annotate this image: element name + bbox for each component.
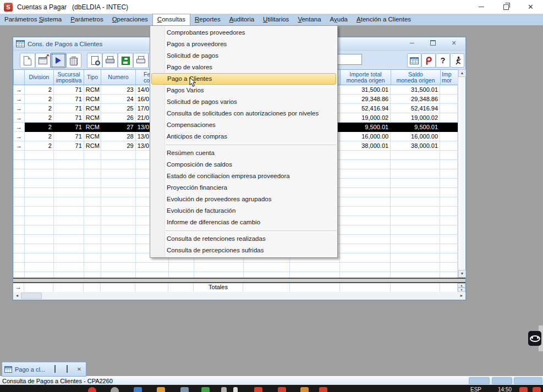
- taskbar-app-icon[interactable]: [533, 387, 541, 392]
- menu-item[interactable]: Anticipos de compras: [150, 131, 337, 142]
- menu-item[interactable]: Estado de conciliacion empresa proveedor…: [150, 170, 337, 182]
- taskbar-app-icon[interactable]: [88, 387, 96, 392]
- cell-division: [25, 263, 54, 272]
- print-button[interactable]: [102, 53, 118, 68]
- menubar-item[interactable]: Atención a Clientes: [352, 14, 415, 25]
- taskbar-clock[interactable]: 14:50: [498, 387, 512, 392]
- menubar-item[interactable]: Auditoria: [225, 14, 259, 25]
- scroll-right-button[interactable]: ►: [458, 292, 465, 300]
- new-record-button[interactable]: [20, 53, 35, 68]
- menu-item[interactable]: Solicitud de pagos: [150, 50, 337, 62]
- menu-item[interactable]: Proyección financiera: [150, 182, 337, 194]
- minimize-button[interactable]: [469, 0, 493, 14]
- menu-item[interactable]: Informe de diferencias de cambio: [150, 217, 337, 228]
- taskbar-app-icon[interactable]: [157, 387, 165, 392]
- child-close-button[interactable]: ✕: [450, 39, 458, 47]
- menu-item[interactable]: Evolución de proveedores agrupados: [150, 194, 337, 205]
- scroll-down-button[interactable]: ▼: [458, 270, 466, 278]
- cell-saldo: [391, 160, 440, 169]
- cell-importe: [340, 169, 391, 179]
- child-restore-button[interactable]: [429, 39, 437, 47]
- min-close-button[interactable]: ✕: [76, 366, 83, 372]
- cell-numero: [101, 169, 136, 179]
- rho-filter-button[interactable]: [421, 53, 436, 68]
- spin-down-icon[interactable]: ▼: [458, 288, 465, 292]
- menubar-item[interactable]: Reportes: [190, 14, 225, 25]
- menubar-item[interactable]: Operaciones: [108, 14, 152, 25]
- row-arrow-icon: [14, 225, 25, 235]
- cell-tipo: [84, 263, 101, 272]
- cell-numero: 25: [101, 104, 136, 113]
- menubar-item[interactable]: Consultas: [152, 14, 190, 26]
- taskbar-app-icon[interactable]: [278, 387, 286, 392]
- vertical-scrollbar[interactable]: ▲ ▼: [458, 69, 465, 278]
- exit-runner-button[interactable]: [450, 53, 464, 68]
- menu-item[interactable]: Comprobantes proveedores: [150, 27, 337, 38]
- edit-record-button[interactable]: [35, 53, 51, 68]
- save-export-button[interactable]: [118, 53, 133, 68]
- menu-item[interactable]: Composición de saldos: [150, 159, 337, 170]
- taskbar-app-icon[interactable]: [519, 387, 528, 392]
- delete-record-button[interactable]: [66, 53, 81, 68]
- menu-item[interactable]: Pago de valores: [150, 62, 337, 73]
- cell-imp: [440, 272, 458, 278]
- taskbar-language[interactable]: ESP: [470, 387, 481, 392]
- menubar-item[interactable]: Parámetros Sistema: [0, 14, 66, 25]
- help-button[interactable]: ?: [436, 53, 450, 68]
- menu-item[interactable]: Compensaciones: [150, 119, 337, 131]
- cell-tipo: [84, 188, 101, 197]
- hscroll-thumb[interactable]: [21, 292, 42, 299]
- taskbar-app-icon[interactable]: [221, 387, 227, 392]
- menubar-item[interactable]: Ventana: [293, 14, 325, 25]
- menu-item[interactable]: Consulta de retenciones realizadas: [150, 233, 337, 245]
- min-maximize-button[interactable]: [64, 366, 70, 372]
- menubar-item[interactable]: Parámetros: [66, 14, 107, 25]
- restore-button[interactable]: [493, 0, 518, 14]
- taskbar-app-icon[interactable]: [254, 387, 262, 392]
- child-minimize-button[interactable]: [408, 39, 416, 47]
- menu-item[interactable]: Consulta de solicitudes con autorizacion…: [150, 108, 337, 119]
- min-restore-button[interactable]: [52, 366, 58, 372]
- taskbar-app-icon[interactable]: [201, 387, 210, 392]
- menu-item[interactable]: Resúmen cuenta: [150, 147, 337, 159]
- table-view-button[interactable]: [407, 53, 421, 68]
- table-icon: [16, 40, 25, 47]
- table-row[interactable]: [14, 263, 458, 272]
- taskbar-app-icon[interactable]: [111, 387, 119, 392]
- grid-splitter[interactable]: [13, 278, 465, 283]
- taskbar-app-icon[interactable]: [300, 387, 309, 392]
- print-preview-button[interactable]: [87, 53, 102, 68]
- table-row[interactable]: [14, 272, 458, 278]
- taskbar-app-icon[interactable]: [319, 387, 327, 392]
- print-secondary-button[interactable]: [133, 53, 149, 68]
- cell-division: [25, 151, 54, 160]
- cell-numero: 24: [101, 95, 136, 104]
- cell-saldo: [391, 253, 440, 263]
- totals-spinner[interactable]: ▲ ▼: [458, 283, 465, 292]
- taskbar-app-icon[interactable]: [134, 387, 142, 392]
- scroll-left-button[interactable]: ◄: [13, 292, 21, 300]
- taskbar-app-icon[interactable]: [233, 387, 238, 392]
- cell-importe: [340, 283, 391, 292]
- taskbar[interactable]: ESP 14:50: [0, 385, 543, 392]
- mouse-cursor: [189, 77, 196, 90]
- taskbar-app-icon[interactable]: [180, 387, 189, 392]
- menu-item[interactable]: Evolución de facturación: [150, 205, 337, 217]
- cell-sucursal: 71: [54, 85, 84, 95]
- menu-item[interactable]: Pago a Clientes: [151, 73, 336, 85]
- totals-grid-row: →Totales: [13, 283, 458, 292]
- menubar-item[interactable]: Utilitarios: [259, 14, 293, 25]
- minimized-window-pago[interactable]: Pago a cl... ✕: [2, 362, 86, 377]
- menu-item[interactable]: Solicitud de pagos varios: [150, 96, 337, 108]
- close-button[interactable]: ✕: [518, 0, 543, 14]
- cell-imp: [440, 132, 458, 141]
- menu-item[interactable]: Pagos Varios: [150, 85, 337, 96]
- menu-item[interactable]: Consulta de percepciones sufridas: [150, 245, 337, 256]
- menubar-item[interactable]: Ayuda: [326, 14, 352, 25]
- menu-item[interactable]: Pagos a proveedores: [150, 38, 337, 50]
- run-query-button[interactable]: [51, 53, 66, 68]
- remote-support-icon[interactable]: [528, 331, 541, 346]
- scroll-up-button[interactable]: ▲: [458, 69, 466, 77]
- horizontal-scrollbar[interactable]: ◄ ►: [13, 292, 465, 300]
- spin-up-icon[interactable]: ▲: [458, 283, 465, 288]
